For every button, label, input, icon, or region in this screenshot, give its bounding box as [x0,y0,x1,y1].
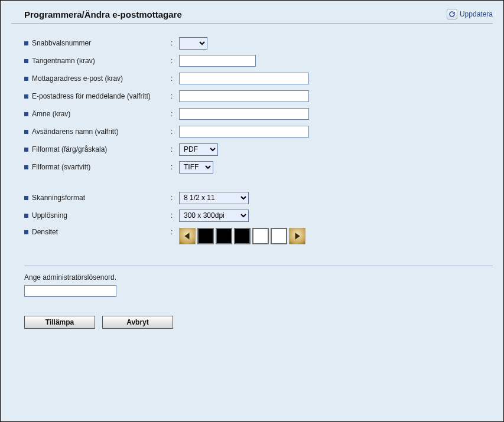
row-subject: Ämne (krav) : [24,105,493,123]
cancel-button[interactable]: Avbryt [102,316,173,329]
bullet-icon [24,77,28,81]
triangle-left-icon [184,232,191,240]
row-scan-format: Skanningsformat : 8 1/2 x 11 [24,189,493,207]
admin-password-input[interactable] [24,285,116,297]
bullet-icon [24,112,28,116]
colon: : [171,92,179,100]
colon: : [171,39,179,47]
bullet-icon [24,94,28,99]
notify-email-input[interactable] [179,90,309,102]
label-text: Tangentnamn (krav) [32,57,95,65]
colon: : [171,127,179,136]
file-format-color-select[interactable]: PDF [179,143,218,156]
label-text: Filformat (svartvitt) [32,163,90,171]
header-row: Programmera/Ändra e-postmottagare Uppdat… [11,6,493,23]
row-sender-name: Avsändarens namn (valfritt) : [24,123,493,140]
file-format-bw-select[interactable]: TIFF [179,161,213,174]
refresh-icon [447,9,457,19]
admin-block: Ange administratörslösenord. Tillämpa Av… [24,266,493,329]
update-label: Uppdatera [460,10,493,18]
page-frame: Programmera/Ändra e-postmottagare Uppdat… [0,0,504,422]
density-group [179,228,305,244]
row-notify-email: E-postadress för meddelande (valfritt) : [24,87,493,105]
apply-button[interactable]: Tillämpa [24,316,95,329]
label-text: Ämne (krav) [32,110,70,118]
speed-dial-select[interactable] [179,37,207,50]
label-text: Snabbvalsnummer [32,39,91,47]
colon: : [171,211,179,220]
scan-format-select[interactable]: 8 1/2 x 11 [179,192,249,204]
density-increase-button[interactable] [289,228,305,244]
colon: : [171,57,179,65]
bullet-icon [24,148,28,152]
colon: : [171,163,179,171]
row-key-name: Tangentnamn (krav) : [24,52,493,70]
label-notify-email: E-postadress för meddelande (valfritt) [24,92,171,100]
row-density: Densitet : [24,228,493,246]
label-sender-name: Avsändarens namn (valfritt) [24,127,171,136]
triangle-right-icon [294,232,301,240]
bullet-icon [24,165,28,169]
colon: : [171,110,179,118]
density-step-3[interactable] [234,228,251,244]
svg-marker-1 [295,233,300,240]
label-file-format-color: Filformat (färg/gråskala) [24,145,171,153]
resolution-select[interactable]: 300 x 300dpi [179,210,249,222]
admin-divider [24,266,493,266]
label-speed-dial: Snabbvalsnummer [24,39,171,47]
bullet-icon [24,130,28,134]
label-text: Densitet [32,228,58,236]
density-step-4[interactable] [252,228,269,244]
bullet-icon [24,196,28,200]
colon: : [171,74,179,83]
row-resolution: Upplösning : 300 x 300dpi [24,207,493,224]
key-name-input[interactable] [179,55,256,67]
recipient-email-input[interactable] [179,73,309,84]
colon: : [171,194,179,202]
row-recipient-email: Mottagaradress e-post (krav) : [24,70,493,87]
bullet-icon [24,230,28,234]
label-text: Skanningsformat [32,194,85,202]
update-link[interactable]: Uppdatera [447,9,493,19]
bullet-icon [24,41,28,45]
label-recipient-email: Mottagaradress e-post (krav) [24,74,171,83]
bullet-icon [24,59,28,63]
colon: : [171,145,179,153]
label-text: Upplösning [32,211,67,220]
density-decrease-button[interactable] [179,228,196,244]
row-file-format-color: Filformat (färg/gråskala) : PDF [24,140,493,158]
label-text: Avsändarens namn (valfritt) [32,127,119,136]
row-speed-dial: Snabbvalsnummer : [24,34,493,52]
label-key-name: Tangentnamn (krav) [24,57,171,65]
label-text: Mottagaradress e-post (krav) [32,74,123,83]
density-step-5[interactable] [271,228,287,244]
form-area: Snabbvalsnummer : Tangentnamn (krav) : [11,34,493,329]
label-scan-format: Skanningsformat [24,194,171,202]
label-density: Densitet [24,228,171,236]
bullet-icon [24,214,28,218]
colon: : [171,228,179,236]
subject-input[interactable] [179,108,309,120]
page-title: Programmera/Ändra e-postmottagare [24,9,182,19]
label-text: E-postadress för meddelande (valfritt) [32,92,151,100]
label-text: Filformat (färg/gråskala) [32,145,107,153]
label-file-format-bw: Filformat (svartvitt) [24,163,171,171]
header-divider [11,23,493,24]
density-step-2[interactable] [216,228,232,244]
sender-name-input[interactable] [179,126,309,138]
row-file-format-bw: Filformat (svartvitt) : TIFF [24,158,493,176]
label-resolution: Upplösning [24,211,171,220]
density-step-1[interactable] [197,228,214,244]
admin-password-label: Ange administratörslösenord. [24,273,493,282]
label-subject: Ämne (krav) [24,110,171,118]
svg-marker-0 [184,233,189,240]
button-row: Tillämpa Avbryt [24,316,493,329]
